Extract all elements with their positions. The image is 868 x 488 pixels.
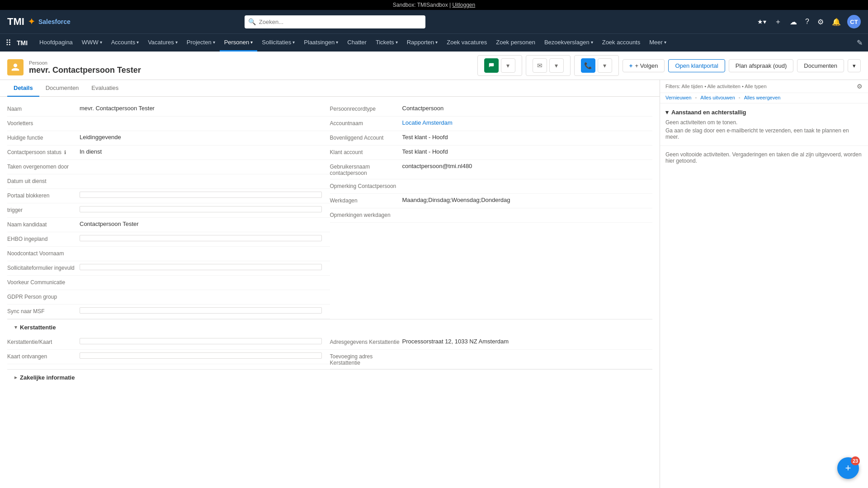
field-toevoeging-adres: Toevoeging adres Kerstattentie ✎ [330, 350, 653, 369]
label-taken-overgenomen: Taken overgenomen door [7, 163, 80, 170]
plan-afspraak-button[interactable]: Plan afspraak (oud) [729, 59, 793, 72]
email-chevron-btn[interactable]: ▾ [549, 58, 564, 73]
activity-chevron-btn[interactable]: ▾ [501, 58, 515, 73]
nav-edit-icon[interactable]: ✎ [857, 38, 863, 47]
more-actions-button[interactable]: ▾ [848, 59, 861, 72]
label-ehbo: EHBO ingepland [7, 235, 80, 242]
logout-link[interactable]: Uitloggen [452, 2, 475, 8]
label-datum-uit-dienst: Datum uit dienst [7, 177, 80, 184]
nav-plaatsingen[interactable]: Plaatsingen ▾ [299, 34, 343, 52]
label-portaal-blokkeren: Portaal blokkeren [7, 192, 80, 199]
sandbox-bar: Sandbox: TMISandbox | Uitloggen [0, 0, 868, 10]
separator2: • [739, 95, 741, 100]
apps-icon[interactable]: ⠿ [5, 38, 11, 48]
nav-meer[interactable]: Meer ▾ [645, 34, 671, 52]
nav-zoek-accounts[interactable]: Zoek accounts [598, 34, 645, 52]
value-bovenliggend: Test klant - Hoofd [402, 134, 653, 141]
tab-evaluaties[interactable]: Evaluaties [85, 80, 125, 97]
help-icon[interactable]: ? [803, 16, 811, 28]
value-sollicitatie[interactable] [80, 264, 322, 270]
activity-filter-bar: Filters: Alle tijden • Alle activiteiten… [660, 80, 868, 93]
value-kerstattentie-kaart[interactable] [80, 338, 322, 344]
field-kerstattentie-kaart: Kerstattentie/Kaart ✎ [7, 335, 330, 350]
follow-button[interactable]: + + Volgen [623, 59, 665, 72]
nav-zoek-personen[interactable]: Zoek personen [491, 34, 540, 52]
nav-chatter[interactable]: Chatter [343, 34, 371, 52]
field-bovenliggend: Bovenliggend Account Test klant - Hoofd [330, 131, 653, 145]
filter-gear-icon[interactable]: ⚙ [857, 83, 863, 90]
label-klant-account: Klant account [330, 148, 402, 155]
cloud-icon[interactable]: ☁ [788, 16, 799, 28]
phone-btn-group: 📞 ▾ [574, 55, 619, 76]
main-fields-grid: Naam mevr. Contactpersoon Tester ✎ Voorl… [7, 102, 652, 319]
phone-icon-btn[interactable]: 📞 [581, 58, 595, 73]
nav-home[interactable]: Hoofdpagina [35, 34, 77, 52]
value-accountnaam[interactable]: Locatie Amsterdam [402, 119, 645, 126]
field-datum-uit-dienst: Datum uit dienst ✎ [7, 174, 330, 189]
value-kaart-ontvangen[interactable] [80, 352, 322, 359]
activity-btn-group: ▾ [477, 55, 522, 76]
value-trigger[interactable] [80, 206, 322, 212]
past-activities-text: Geen voltooide activiteiten. Vergadering… [665, 151, 862, 164]
favorites-icon[interactable]: ★▾ [755, 16, 768, 27]
section-kerstattentie[interactable]: ▾ Kerstattentie [7, 319, 652, 335]
email-icon-btn[interactable]: ✉ [533, 58, 547, 73]
nav-tickets[interactable]: Tickets ▾ [371, 34, 402, 52]
label-kerstattentie-kaart: Kerstattentie/Kaart [7, 338, 80, 345]
fields-container: Naam mevr. Contactpersoon Tester ✎ Voorl… [0, 97, 660, 391]
field-kaart-ontvangen: Kaart ontvangen ✎ [7, 350, 330, 364]
view-all-link[interactable]: Alles weergeven [744, 95, 781, 100]
nav-accounts[interactable]: Accounts ▾ [107, 34, 143, 52]
nav-rapporten[interactable]: Rapporten ▾ [402, 34, 443, 52]
record-actions: ▾ ✉ ▾ 📞 ▾ + + Volgen Open klantportal Pl… [477, 55, 861, 80]
avatar[interactable]: CT [847, 15, 861, 28]
value-ehbo[interactable] [80, 235, 322, 241]
open-portal-button[interactable]: Open klantportal [668, 59, 725, 72]
record-icon [7, 59, 24, 75]
add-icon[interactable]: ＋ [773, 15, 783, 28]
phone-chevron-btn[interactable]: ▾ [598, 58, 612, 73]
section-kerstattentie-title: Kerstattentie [20, 324, 56, 331]
activity-section: ▾ Aanstaand en achterstallig Geen activi… [660, 103, 868, 145]
nav-bezoekverslagen[interactable]: Bezoekverslagen ▾ [540, 34, 598, 52]
nav-www[interactable]: WWW ▾ [77, 34, 107, 52]
tab-details[interactable]: Details [7, 80, 39, 97]
value-sync-msf[interactable] [80, 307, 322, 314]
record-title-area: Persoon mevr. Contactpersoon Tester [29, 60, 477, 75]
chat-bubble[interactable]: + 23 [837, 457, 859, 479]
value-naam: mevr. Contactpersoon Tester [80, 105, 322, 112]
nav-projecten[interactable]: Projecten ▾ [182, 34, 220, 52]
value-portaal-blokkeren[interactable] [80, 192, 322, 198]
label-naam-kandidaat: Naam kandidaat [7, 221, 80, 228]
value-naam-kandidaat: Contactpersoon Tester [80, 221, 330, 227]
label-sollicitatie: Sollicitaiteformulier ingevuld [7, 264, 80, 271]
record-header: Persoon mevr. Contactpersoon Tester ▾ ✉ … [0, 52, 868, 80]
salesforce-text: Salesforce [38, 18, 71, 25]
section-zakelijke-info[interactable]: ▸ Zakelijke informatie [7, 369, 652, 385]
upcoming-chevron[interactable]: ▾ [665, 109, 669, 116]
nav-sollicitaties[interactable]: Sollicitaties ▾ [257, 34, 299, 52]
field-naam-kandidaat: Naam kandidaat Contactpersoon Tester [7, 218, 330, 232]
expand-link[interactable]: Alles uitvouwen [700, 95, 735, 100]
field-klant-account: Klant account Test klant - Hoofd [330, 145, 653, 160]
value-contactpersoon-status: In dienst [80, 148, 322, 155]
right-column: Persoonrecordtype Contactpersoon ⟳ Accou… [330, 102, 653, 319]
search-input[interactable] [245, 15, 425, 28]
tab-documenten[interactable]: Documenten [39, 80, 85, 97]
field-huidige-functie: Huidige functie Leidinggevende ✎ [7, 131, 330, 145]
value-gebruikersnaam: contactpersoon@tmi.nl480 [402, 163, 645, 169]
documenten-button[interactable]: Documenten [797, 59, 844, 72]
nav-personen[interactable]: Personen ▾ [220, 34, 258, 52]
label-gebruikersnaam: Gebruikersnaam contactpersoon [330, 163, 402, 176]
refresh-link[interactable]: Vernieuwen [665, 95, 692, 100]
upcoming-title-text: Aanstaand en achterstallig [671, 109, 746, 116]
notifications-icon[interactable]: 🔔 [830, 16, 843, 28]
settings-icon[interactable]: ⚙ [816, 16, 826, 28]
left-column: Naam mevr. Contactpersoon Tester ✎ Voorl… [7, 102, 330, 319]
nav-zoek-vacatures[interactable]: Zoek vacatures [442, 34, 491, 52]
activity-icon-btn[interactable] [484, 58, 499, 73]
field-ehbo: EHBO ingepland ✎ [7, 232, 330, 247]
label-bovenliggend: Bovenliggend Account [330, 134, 402, 141]
field-voorkeur-comm: Voorkeur Communicatie ✎ [7, 276, 330, 290]
nav-vacatures[interactable]: Vacatures ▾ [143, 34, 182, 52]
